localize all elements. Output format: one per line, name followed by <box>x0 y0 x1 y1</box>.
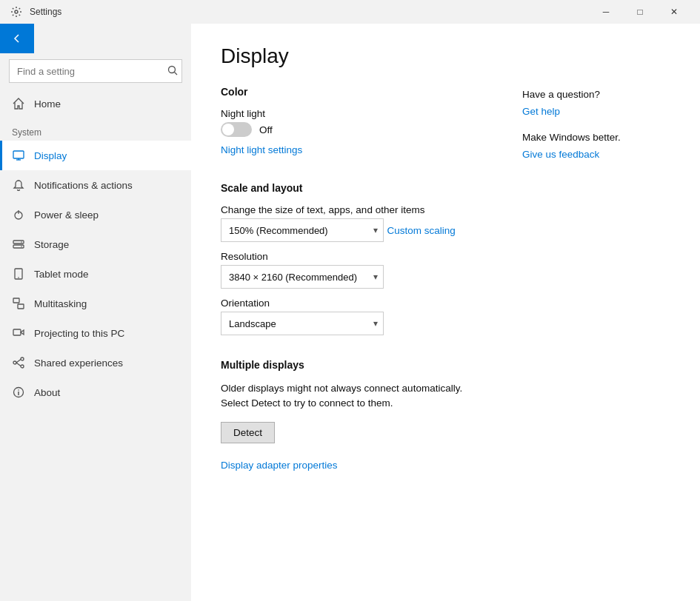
custom-scaling-link[interactable]: Custom scaling <box>387 225 455 236</box>
back-button[interactable] <box>0 24 34 53</box>
resolution-select-wrapper: 3840 × 2160 (Recommended) 2560 × 1440 19… <box>221 265 384 289</box>
sidebar-item-notifications[interactable]: Notifications & actions <box>0 170 191 200</box>
sidebar: Home System Display Notification <box>0 24 191 601</box>
svg-point-17 <box>21 357 24 360</box>
adapter-properties-link[interactable]: Display adapter properties <box>221 460 338 471</box>
size-label: Change the size of text, apps, and other… <box>221 204 493 215</box>
sidebar-item-about-label: About <box>34 387 60 398</box>
page-title: Display <box>221 44 670 68</box>
night-light-label: Night light <box>221 108 493 119</box>
home-icon <box>12 97 25 110</box>
power-icon <box>12 208 25 221</box>
color-section-title: Color <box>221 86 493 98</box>
scale-section-title: Scale and layout <box>221 182 493 194</box>
close-button[interactable]: ✕ <box>657 0 691 24</box>
search-icon[interactable] <box>167 65 178 78</box>
multiple-displays-description: Older displays might not always connect … <box>221 381 493 412</box>
night-light-settings-link[interactable]: Night light settings <box>221 144 302 155</box>
svg-point-1 <box>169 66 176 73</box>
svg-line-21 <box>16 363 21 366</box>
sidebar-item-home-label: Home <box>34 98 61 110</box>
sidebar-item-projecting[interactable]: Projecting to this PC <box>0 318 191 348</box>
sidebar-item-about[interactable]: About <box>0 377 191 407</box>
sidebar-item-display[interactable]: Display <box>0 141 191 170</box>
main-left: Color Night light Off Night light settin… <box>221 86 493 483</box>
titlebar: Settings ─ □ ✕ <box>0 0 700 24</box>
sidebar-item-shared[interactable]: Shared experiences <box>0 348 191 377</box>
sidebar-item-tablet-label: Tablet mode <box>34 269 89 280</box>
svg-rect-15 <box>18 304 24 309</box>
svg-point-13 <box>18 277 19 278</box>
svg-rect-16 <box>13 329 21 335</box>
sidebar-item-projecting-label: Projecting to this PC <box>34 328 124 339</box>
projecting-icon <box>12 326 25 340</box>
resolution-label: Resolution <box>221 251 493 262</box>
night-light-toggle-row: Off <box>221 122 493 137</box>
svg-point-10 <box>21 241 22 243</box>
orientation-select[interactable]: Landscape Portrait Landscape (flipped) P… <box>221 312 384 335</box>
sidebar-item-shared-label: Shared experiences <box>34 357 123 369</box>
display-icon <box>12 149 25 162</box>
titlebar-controls: ─ □ ✕ <box>589 0 691 24</box>
feedback-link[interactable]: Give us feedback <box>522 149 670 160</box>
orientation-label: Orientation <box>221 298 493 309</box>
main-content: Display Color Night light Off Night ligh… <box>191 24 700 601</box>
notifications-icon <box>12 178 25 192</box>
help-panel: Have a question? Get help Make Windows b… <box>522 86 670 483</box>
svg-line-2 <box>175 72 178 75</box>
orientation-select-wrapper: Landscape Portrait Landscape (flipped) P… <box>221 312 384 335</box>
svg-rect-8 <box>13 241 24 244</box>
multiple-displays-title: Multiple displays <box>221 359 493 371</box>
multitasking-icon <box>12 297 25 310</box>
sidebar-item-power[interactable]: Power & sleep <box>0 200 191 229</box>
night-light-toggle[interactable] <box>221 122 252 137</box>
search-bar <box>9 59 182 83</box>
sidebar-section-label: System <box>0 118 191 141</box>
sidebar-item-storage-label: Storage <box>34 239 69 250</box>
sidebar-item-power-label: Power & sleep <box>34 209 99 221</box>
svg-point-0 <box>15 10 18 13</box>
sidebar-item-home[interactable]: Home <box>0 89 191 118</box>
tablet-icon <box>12 267 25 281</box>
sidebar-item-tablet[interactable]: Tablet mode <box>0 259 191 289</box>
svg-line-20 <box>16 360 21 363</box>
svg-rect-14 <box>13 298 19 303</box>
size-select-wrapper: 100% 125% 150% (Recommended) 175% 200% ▾ <box>221 218 384 242</box>
svg-point-19 <box>13 361 16 364</box>
settings-icon <box>9 4 24 19</box>
night-light-state: Off <box>259 124 273 135</box>
minimize-button[interactable]: ─ <box>589 0 623 24</box>
svg-point-11 <box>21 246 22 247</box>
shared-icon <box>12 356 25 369</box>
titlebar-title: Settings <box>30 7 589 17</box>
svg-rect-9 <box>13 245 24 248</box>
svg-rect-3 <box>13 151 24 158</box>
help-question-label: Have a question? <box>522 89 670 100</box>
toggle-knob <box>222 124 234 135</box>
sidebar-item-storage[interactable]: Storage <box>0 229 191 259</box>
about-icon <box>12 386 25 399</box>
svg-point-18 <box>21 365 24 368</box>
search-input[interactable] <box>9 59 182 83</box>
resolution-select[interactable]: 3840 × 2160 (Recommended) 2560 × 1440 19… <box>221 265 384 289</box>
sidebar-item-notifications-label: Notifications & actions <box>34 180 133 191</box>
sidebar-item-multitasking-label: Multitasking <box>34 298 87 309</box>
storage-icon <box>12 238 25 251</box>
maximize-button[interactable]: □ <box>623 0 657 24</box>
sidebar-item-display-label: Display <box>34 150 67 161</box>
detect-button[interactable]: Detect <box>221 422 275 443</box>
get-help-link[interactable]: Get help <box>522 106 670 117</box>
sidebar-item-multitasking[interactable]: Multitasking <box>0 289 191 318</box>
size-select[interactable]: 100% 125% 150% (Recommended) 175% 200% <box>221 218 384 242</box>
make-better-label: Make Windows better. <box>522 132 670 143</box>
main-layout: Color Night light Off Night light settin… <box>221 86 670 483</box>
app-body: Home System Display Notification <box>0 24 700 601</box>
svg-point-24 <box>18 389 19 391</box>
